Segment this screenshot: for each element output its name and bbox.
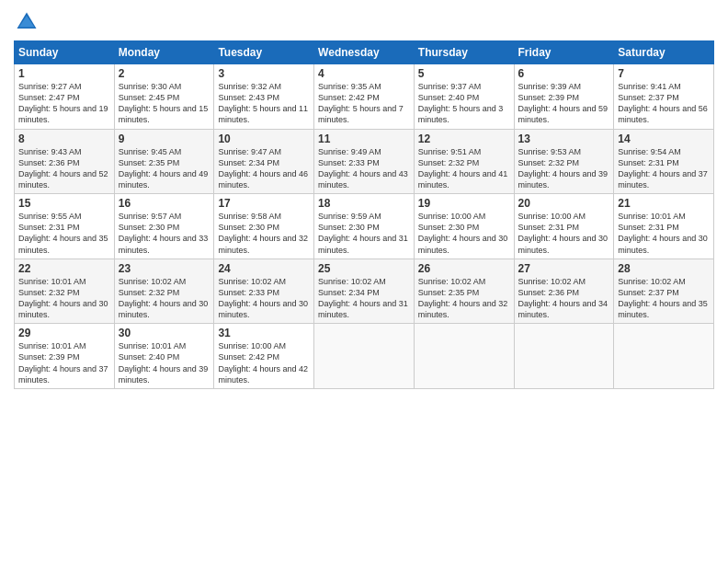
calendar-cell: 10Sunrise: 9:47 AM Sunset: 2:34 PM Dayli… [214, 129, 314, 194]
calendar-table: Sunday Monday Tuesday Wednesday Thursday… [14, 40, 714, 389]
calendar-week-row: 8Sunrise: 9:43 AM Sunset: 2:36 PM Daylig… [15, 129, 714, 194]
calendar-cell: 3Sunrise: 9:32 AM Sunset: 2:43 PM Daylig… [214, 64, 314, 130]
day-number: 24 [218, 262, 310, 275]
calendar-cell: 6Sunrise: 9:39 AM Sunset: 2:39 PM Daylig… [514, 64, 614, 130]
col-sunday: Sunday [15, 41, 115, 64]
day-detail: Sunrise: 10:01 AM Sunset: 2:39 PM Daylig… [18, 340, 110, 385]
day-detail: Sunrise: 9:39 AM Sunset: 2:39 PM Dayligh… [518, 81, 610, 126]
calendar-cell: 4Sunrise: 9:35 AM Sunset: 2:42 PM Daylig… [314, 64, 415, 130]
calendar-cell [514, 324, 614, 389]
day-detail: Sunrise: 9:49 AM Sunset: 2:33 PM Dayligh… [318, 146, 410, 191]
day-detail: Sunrise: 9:37 AM Sunset: 2:40 PM Dayligh… [418, 81, 510, 126]
calendar-week-row: 29Sunrise: 10:01 AM Sunset: 2:39 PM Dayl… [15, 324, 714, 389]
day-number: 1 [18, 67, 110, 80]
calendar-cell: 5Sunrise: 9:37 AM Sunset: 2:40 PM Daylig… [414, 64, 514, 130]
col-friday: Friday [514, 41, 614, 64]
calendar-cell: 27Sunrise: 10:02 AM Sunset: 2:36 PM Dayl… [514, 259, 614, 324]
calendar-cell: 16Sunrise: 9:57 AM Sunset: 2:30 PM Dayli… [114, 194, 214, 259]
day-detail: Sunrise: 9:54 AM Sunset: 2:31 PM Dayligh… [618, 146, 710, 191]
calendar-cell: 22Sunrise: 10:01 AM Sunset: 2:32 PM Dayl… [15, 259, 115, 324]
day-detail: Sunrise: 9:58 AM Sunset: 2:30 PM Dayligh… [218, 211, 310, 256]
col-tuesday: Tuesday [214, 41, 314, 64]
calendar-cell: 1Sunrise: 9:27 AM Sunset: 2:47 PM Daylig… [15, 64, 115, 130]
logo [14, 9, 43, 35]
day-detail: Sunrise: 9:51 AM Sunset: 2:32 PM Dayligh… [418, 146, 510, 191]
day-detail: Sunrise: 10:01 AM Sunset: 2:31 PM Daylig… [618, 211, 710, 256]
day-detail: Sunrise: 10:00 AM Sunset: 2:31 PM Daylig… [518, 211, 610, 256]
day-detail: Sunrise: 10:02 AM Sunset: 2:34 PM Daylig… [318, 276, 410, 321]
calendar-cell: 9Sunrise: 9:45 AM Sunset: 2:35 PM Daylig… [114, 129, 214, 194]
calendar-cell [314, 324, 415, 389]
day-detail: Sunrise: 9:32 AM Sunset: 2:43 PM Dayligh… [218, 81, 310, 126]
day-number: 30 [119, 327, 210, 339]
calendar-cell: 19Sunrise: 10:00 AM Sunset: 2:30 PM Dayl… [414, 194, 514, 259]
day-detail: Sunrise: 10:02 AM Sunset: 2:35 PM Daylig… [418, 276, 510, 321]
calendar-cell: 29Sunrise: 10:01 AM Sunset: 2:39 PM Dayl… [15, 324, 115, 389]
day-number: 21 [618, 197, 710, 210]
day-number: 11 [318, 132, 410, 145]
page-container: Sunday Monday Tuesday Wednesday Thursday… [0, 0, 728, 398]
day-detail: Sunrise: 10:02 AM Sunset: 2:36 PM Daylig… [518, 276, 610, 321]
day-detail: Sunrise: 9:59 AM Sunset: 2:30 PM Dayligh… [318, 211, 410, 256]
calendar-cell: 17Sunrise: 9:58 AM Sunset: 2:30 PM Dayli… [214, 194, 314, 259]
day-detail: Sunrise: 9:47 AM Sunset: 2:34 PM Dayligh… [218, 146, 310, 191]
day-number: 26 [418, 262, 510, 275]
calendar-cell: 12Sunrise: 9:51 AM Sunset: 2:32 PM Dayli… [414, 129, 514, 194]
calendar-cell: 15Sunrise: 9:55 AM Sunset: 2:31 PM Dayli… [15, 194, 115, 259]
day-number: 29 [18, 327, 110, 339]
calendar-cell: 11Sunrise: 9:49 AM Sunset: 2:33 PM Dayli… [314, 129, 415, 194]
logo-icon [14, 9, 40, 35]
day-detail: Sunrise: 10:00 AM Sunset: 2:30 PM Daylig… [418, 211, 510, 256]
calendar-cell: 25Sunrise: 10:02 AM Sunset: 2:34 PM Dayl… [314, 259, 415, 324]
day-number: 19 [418, 197, 510, 210]
day-number: 7 [618, 67, 710, 80]
calendar-cell: 31Sunrise: 10:00 AM Sunset: 2:42 PM Dayl… [214, 324, 314, 389]
day-detail: Sunrise: 9:43 AM Sunset: 2:36 PM Dayligh… [18, 146, 110, 191]
day-number: 3 [218, 67, 310, 80]
calendar-cell: 23Sunrise: 10:02 AM Sunset: 2:32 PM Dayl… [114, 259, 214, 324]
calendar-week-row: 1Sunrise: 9:27 AM Sunset: 2:47 PM Daylig… [15, 64, 714, 130]
calendar-cell: 8Sunrise: 9:43 AM Sunset: 2:36 PM Daylig… [15, 129, 115, 194]
day-number: 23 [119, 262, 210, 275]
day-detail: Sunrise: 9:27 AM Sunset: 2:47 PM Dayligh… [18, 81, 110, 126]
calendar-cell: 30Sunrise: 10:01 AM Sunset: 2:40 PM Dayl… [114, 324, 214, 389]
day-number: 14 [618, 132, 710, 145]
calendar-cell: 14Sunrise: 9:54 AM Sunset: 2:31 PM Dayli… [614, 129, 714, 194]
day-number: 16 [119, 197, 210, 210]
calendar-cell: 21Sunrise: 10:01 AM Sunset: 2:31 PM Dayl… [614, 194, 714, 259]
col-thursday: Thursday [414, 41, 514, 64]
calendar-cell: 24Sunrise: 10:02 AM Sunset: 2:33 PM Dayl… [214, 259, 314, 324]
day-detail: Sunrise: 10:01 AM Sunset: 2:32 PM Daylig… [18, 276, 110, 321]
day-number: 4 [318, 67, 410, 80]
day-number: 6 [518, 67, 610, 80]
day-number: 2 [119, 67, 210, 80]
day-detail: Sunrise: 10:02 AM Sunset: 2:37 PM Daylig… [618, 276, 710, 321]
day-number: 20 [518, 197, 610, 210]
calendar-cell: 13Sunrise: 9:53 AM Sunset: 2:32 PM Dayli… [514, 129, 614, 194]
day-number: 27 [518, 262, 610, 275]
day-detail: Sunrise: 10:02 AM Sunset: 2:32 PM Daylig… [119, 276, 210, 321]
col-saturday: Saturday [614, 41, 714, 64]
day-number: 12 [418, 132, 510, 145]
day-number: 9 [119, 132, 210, 145]
day-number: 17 [218, 197, 310, 210]
day-detail: Sunrise: 9:55 AM Sunset: 2:31 PM Dayligh… [18, 211, 110, 256]
day-detail: Sunrise: 9:35 AM Sunset: 2:42 PM Dayligh… [318, 81, 410, 126]
day-number: 8 [18, 132, 110, 145]
calendar-week-row: 22Sunrise: 10:01 AM Sunset: 2:32 PM Dayl… [15, 259, 714, 324]
day-number: 31 [218, 327, 310, 339]
day-detail: Sunrise: 9:45 AM Sunset: 2:35 PM Dayligh… [119, 146, 210, 191]
col-monday: Monday [114, 41, 214, 64]
day-number: 13 [518, 132, 610, 145]
calendar-week-row: 15Sunrise: 9:55 AM Sunset: 2:31 PM Dayli… [15, 194, 714, 259]
day-detail: Sunrise: 10:00 AM Sunset: 2:42 PM Daylig… [218, 340, 310, 385]
day-number: 25 [318, 262, 410, 275]
calendar-cell: 26Sunrise: 10:02 AM Sunset: 2:35 PM Dayl… [414, 259, 514, 324]
day-number: 18 [318, 197, 410, 210]
calendar-header-row: Sunday Monday Tuesday Wednesday Thursday… [15, 41, 714, 64]
calendar-cell: 2Sunrise: 9:30 AM Sunset: 2:45 PM Daylig… [114, 64, 214, 130]
day-number: 10 [218, 132, 310, 145]
day-number: 15 [18, 197, 110, 210]
day-detail: Sunrise: 9:53 AM Sunset: 2:32 PM Dayligh… [518, 146, 610, 191]
calendar-cell: 20Sunrise: 10:00 AM Sunset: 2:31 PM Dayl… [514, 194, 614, 259]
